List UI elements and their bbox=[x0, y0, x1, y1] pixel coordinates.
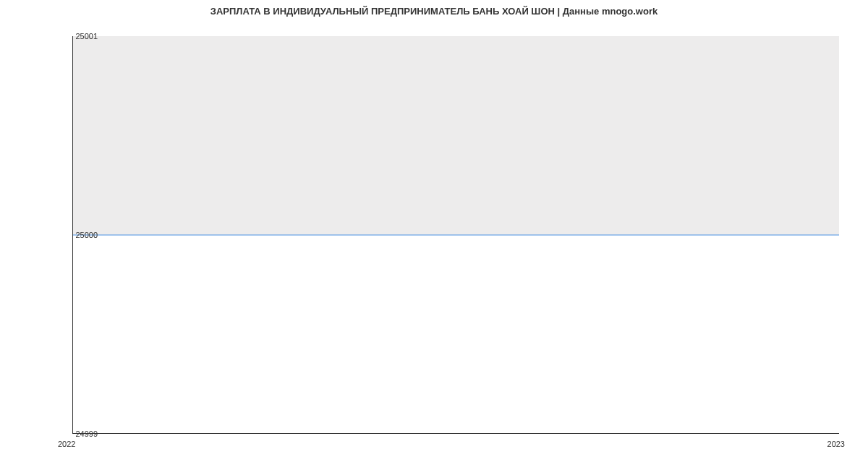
x-tick-label: 2022 bbox=[58, 440, 75, 448]
plot-area bbox=[72, 36, 839, 434]
chart-title: ЗАРПЛАТА В ИНДИВИДУАЛЬНЫЙ ПРЕДПРИНИМАТЕЛ… bbox=[0, 6, 868, 17]
y-tick-label: 25001 bbox=[75, 32, 98, 40]
y-tick-label: 25000 bbox=[75, 231, 98, 239]
shaded-region bbox=[73, 36, 839, 235]
chart-container: ЗАРПЛАТА В ИНДИВИДУАЛЬНЫЙ ПРЕДПРИНИМАТЕЛ… bbox=[0, 0, 868, 470]
x-tick-label: 2023 bbox=[827, 440, 845, 448]
y-tick-label: 24999 bbox=[75, 430, 98, 438]
data-line bbox=[73, 234, 839, 235]
